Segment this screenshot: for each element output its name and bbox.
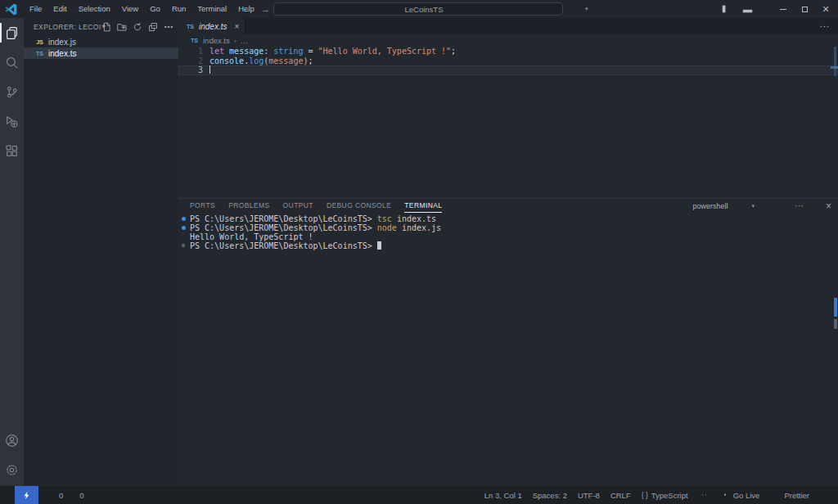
toolbox-icon [573,4,583,15]
code-line[interactable]: 2console.log(message); [178,56,838,66]
activity-run-debug[interactable] [0,106,24,136]
panel-tab-problems[interactable]: PROBLEMS [228,199,269,213]
file-name: index.ts [48,49,76,58]
prettier-label: Prettier [784,491,809,500]
maximize-icon [802,7,808,12]
back-icon[interactable]: ← [242,4,251,14]
search-icon [5,56,19,70]
file-index.ts[interactable]: TSindex.ts [24,47,178,59]
panel-tab-debug-console[interactable]: DEBUG CONSOLE [327,199,391,213]
go-live-label: Go Live [733,491,760,500]
explorer-title: EXPLORER: LECOINSTS [34,23,101,31]
status-bar-right: Ln 3, Col 1 Spaces: 2 UTF-8 CRLF { } Typ… [484,490,838,501]
command-center-search[interactable]: LeCoinsTS [273,2,563,16]
tab-index-ts[interactable]: TS index.ts × [178,18,246,34]
code-line[interactable]: 1let message: string = "Hello World, Typ… [178,47,838,56]
code-lines: 1let message: string = "Hello World, Typ… [178,47,838,75]
menu-terminal[interactable]: Terminal [191,0,232,18]
forward-icon[interactable]: → [261,4,270,14]
layout-controls [701,0,774,18]
minimize-button[interactable] [773,0,794,18]
tab-close-icon[interactable]: × [234,22,239,31]
maximize-panel-icon[interactable] [810,201,819,210]
menu-view[interactable]: View [116,0,144,18]
panel-tab-output[interactable]: OUTPUT [283,199,313,213]
menubar: FileEditSelectionViewGoRunTerminalHelp [24,0,260,18]
code-editor[interactable]: 1let message: string = "Hello World, Typ… [178,47,838,216]
remote-indicator[interactable] [15,486,38,504]
vscode-window: FileEditSelectionViewGoRunTerminalHelp ←… [0,0,838,504]
more-actions-icon[interactable] [164,22,173,32]
search-text: LeCoinsTS [405,5,444,14]
files-icon [5,26,19,40]
menu-selection[interactable]: Selection [73,0,116,18]
activity-extensions[interactable] [0,136,24,165]
account-button[interactable] [0,425,24,455]
command-decoration-open [182,244,185,247]
terminal-line: PS C:\Users\JEROME\Desktop\LeCoinsTS> ts… [178,214,838,223]
toggle-primary-sidebar-icon[interactable] [721,4,733,14]
panel-more-icon[interactable]: ⋯ [795,200,804,211]
ts-file-icon: TS [190,38,199,43]
refresh-icon[interactable] [133,22,142,32]
menu-go[interactable]: Go [144,0,166,18]
cursor-position[interactable]: Ln 3, Col 1 [484,491,522,500]
new-file-icon[interactable] [101,22,111,32]
terminal[interactable]: PS C:\Users\JEROME\Desktop\LeCoinsTS> ts… [178,214,838,486]
new-folder-icon[interactable] [117,22,127,32]
kill-terminal-icon[interactable] [778,201,788,211]
customize-layout-icon[interactable] [701,4,713,14]
encoding[interactable]: UTF-8 [578,491,600,500]
profile-menu[interactable]: ▾ [573,0,588,18]
activity-explorer[interactable] [0,18,24,47]
activity-search[interactable] [0,47,24,77]
file-list: JSindex.jsTSindex.ts [24,36,178,59]
split-terminal-icon[interactable] [761,200,772,211]
file-name: index.js [48,38,76,47]
indentation[interactable]: Spaces: 2 [533,491,567,500]
remote-lightning-icon [22,490,31,501]
problems-status[interactable]: 0 0 [47,491,84,500]
panel-tab-ports[interactable]: PORTS [190,199,215,213]
prettier-status[interactable]: Prettier [770,491,809,500]
js-file-icon: JS [35,39,44,45]
close-panel-icon[interactable]: × [826,200,831,212]
launch-profile-icon[interactable] [734,200,745,211]
toggle-panel-icon[interactable] [741,4,754,14]
file-index.js[interactable]: JSindex.js [24,36,178,47]
menu-edit[interactable]: Edit [47,0,72,18]
braces-icon: { } [642,491,648,499]
language-mode[interactable]: { } TypeScript [642,491,688,500]
collapse-folders-icon[interactable] [148,22,158,32]
activity-source-control[interactable] [0,77,24,106]
panel-tab-terminal[interactable]: TERMINAL [404,199,442,213]
close-window-button[interactable]: ✕ [815,0,836,18]
breadcrumb-symbol[interactable]: … [241,36,249,45]
panel-tabs: PORTSPROBLEMSOUTPUTDEBUG CONSOLETERMINAL [190,199,442,213]
panel-actions: powershell ▾ ⋯ × [680,200,831,212]
settings-button[interactable] [0,455,24,484]
ts-file-icon: TS [35,51,44,56]
activity-bar [0,18,24,486]
breadcrumb-file[interactable]: index.ts [203,36,230,45]
editor-group: TS index.ts × TS index.ts › … 1let messa… [178,18,838,486]
more-actions-icon[interactable] [819,21,830,32]
terminal-line: Hello World, TypeScript ! [178,232,838,241]
code-text [210,65,838,75]
error-icon [47,491,56,500]
bell-icon[interactable] [820,490,830,500]
menu-file[interactable]: File [24,0,47,18]
warning-icon [66,491,76,500]
go-live-button[interactable]: Go Live [720,490,760,500]
chevron-down-icon[interactable]: ▾ [751,203,755,209]
robot-icon[interactable] [699,490,710,501]
eol-sequence[interactable]: CRLF [610,491,631,500]
shell-name: powershell [692,202,728,210]
terminal-instance[interactable]: powershell [680,201,728,210]
split-editor-icon[interactable] [800,21,811,32]
maximize-button[interactable] [794,0,815,18]
code-line[interactable]: 3 [178,65,838,75]
menu-run[interactable]: Run [166,0,191,18]
explorer-header: EXPLORER: LECOINSTS [24,18,178,36]
minimize-icon [780,9,786,10]
